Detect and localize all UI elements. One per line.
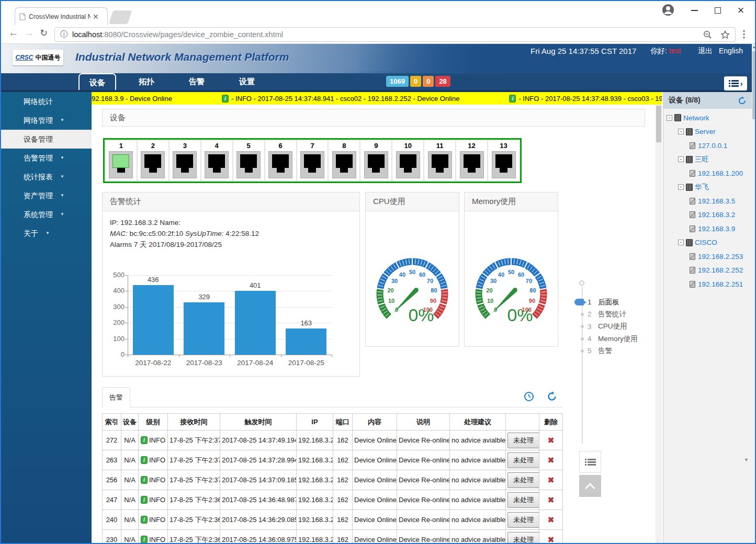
reload-button[interactable]: ↻ <box>40 27 48 39</box>
active-marker-icon <box>574 299 584 305</box>
profile-icon[interactable] <box>661 3 675 17</box>
tab-device[interactable]: 设备 <box>78 73 116 90</box>
device-icon <box>690 225 695 232</box>
sidebar-item-network-stats[interactable]: 网络统计 <box>0 92 92 111</box>
delete-icon[interactable]: ✖ <box>548 475 555 484</box>
port-8[interactable]: 8 <box>328 140 360 181</box>
window-close-button[interactable]: × <box>729 3 753 18</box>
collapse-panel-button[interactable]: › <box>724 76 747 90</box>
delete-icon[interactable]: ✖ <box>548 495 555 504</box>
browser-tab[interactable]: CrossView Industrial N ✕ <box>15 7 108 25</box>
collapse-icon[interactable]: - <box>678 240 684 245</box>
alarm-ticker: 92.168.3.9 - Device Onlinei- INFO - 2017… <box>92 92 662 105</box>
page-scrollbar[interactable]: ▲ <box>752 44 756 544</box>
bookmark-star-icon[interactable] <box>720 30 730 39</box>
level-cell: iINFO <box>140 436 166 444</box>
tree-node[interactable]: 192.168.3.5 <box>663 194 752 208</box>
collapse-icon[interactable]: - <box>678 156 684 162</box>
tab-settings[interactable]: 设置 <box>228 73 266 90</box>
tree-node[interactable]: 192.168.1.200 <box>663 166 752 180</box>
tree-node[interactable]: 192.168.3.9 <box>663 222 752 236</box>
tree-node[interactable]: -Server <box>663 125 752 139</box>
timeline-item-1[interactable]: 1后面板 <box>578 296 656 308</box>
delete-icon[interactable]: ✖ <box>548 456 555 464</box>
clock-icon[interactable] <box>524 391 534 402</box>
rj45-jack-icon <box>300 151 324 178</box>
tree-node[interactable]: -CISCO <box>663 236 752 250</box>
refresh-icon[interactable] <box>547 391 557 402</box>
sidebar-item-about[interactable]: 关于▼ <box>0 224 92 243</box>
new-tab-button[interactable] <box>109 10 132 24</box>
timeline-item-3[interactable]: 3CPU使用 <box>578 321 656 333</box>
address-bar[interactable]: ⓘ localhost:8080/Crossview/pages/device_… <box>54 27 736 42</box>
unhandled-button[interactable]: 未处理 <box>507 433 539 448</box>
port-2[interactable]: 2 <box>137 140 169 181</box>
scroll-to-top-button[interactable] <box>579 475 601 497</box>
alarm-badge-2[interactable]: 0 <box>423 76 434 87</box>
tree-node[interactable]: 127.0.0.1 <box>663 139 752 153</box>
tree-node[interactable]: -Network <box>663 111 752 125</box>
refresh-icon[interactable] <box>738 96 747 105</box>
zoom-out-icon[interactable] <box>703 30 712 39</box>
unhandled-button[interactable]: 未处理 <box>507 512 539 528</box>
back-button[interactable]: ← <box>8 27 18 39</box>
sidebar-item-network-mgmt[interactable]: 网络管理▼ <box>0 111 92 130</box>
collapse-icon[interactable]: - <box>678 129 684 134</box>
tree-node[interactable]: 192.168.3.2 <box>663 208 752 222</box>
language-link[interactable]: English <box>719 47 743 55</box>
svg-text:70: 70 <box>427 278 433 284</box>
alarm-tab[interactable]: 告警 <box>102 387 130 407</box>
unhandled-button[interactable]: 未处理 <box>507 492 539 508</box>
logout-link[interactable]: 退出 <box>698 47 713 56</box>
unhandled-button[interactable]: 未处理 <box>507 452 539 468</box>
sidebar-item-alarm-mgmt[interactable]: 告警管理▼ <box>0 149 92 167</box>
port-10[interactable]: 10 <box>392 140 424 181</box>
port-11[interactable]: 11 <box>424 140 456 181</box>
device-panel-title: 设备 <box>110 113 126 123</box>
page-info-icon[interactable]: ⓘ <box>60 30 67 39</box>
tree-node[interactable]: -三旺 <box>663 153 752 167</box>
content-scrollbar[interactable] <box>656 105 662 544</box>
alarm-badge-0[interactable]: 1069 <box>386 76 409 87</box>
sidebar-item-asset-mgmt[interactable]: 资产管理▼ <box>0 186 92 205</box>
browser-menu-icon[interactable]: ⋮ <box>739 28 749 40</box>
delete-icon[interactable]: ✖ <box>548 515 555 524</box>
dot-icon <box>581 349 584 353</box>
delete-icon[interactable]: ✖ <box>548 436 555 445</box>
tab-topology[interactable]: 拓扑 <box>128 73 165 90</box>
port-13[interactable]: 13 <box>488 140 520 181</box>
delete-icon[interactable]: ✖ <box>548 535 555 544</box>
forward-button[interactable]: → <box>24 27 34 39</box>
timeline-list-button[interactable] <box>579 451 601 473</box>
tab-alarm[interactable]: 告警 <box>178 73 216 90</box>
alarm-badge-3[interactable]: 28 <box>435 76 450 87</box>
unhandled-button[interactable]: 未处理 <box>507 472 539 488</box>
tree-node[interactable]: 192.168.2.252 <box>663 264 752 278</box>
port-5[interactable]: 5 <box>233 140 265 181</box>
tree-scroll-down-icon[interactable]: ▼ <box>744 457 749 462</box>
sidebar-item-device-mgmt[interactable]: 设备管理 <box>0 130 92 149</box>
timeline-item-5[interactable]: 5告警 <box>578 345 656 357</box>
tree-node[interactable]: 192.168.2.253 <box>663 250 752 264</box>
alarm-badge-1[interactable]: 0 <box>410 76 421 87</box>
port-4[interactable]: 4 <box>201 140 233 181</box>
info-icon: i <box>141 536 148 543</box>
tab-close-icon[interactable]: ✕ <box>93 13 99 21</box>
window-maximize-button[interactable] <box>706 3 730 18</box>
collapse-icon[interactable]: - <box>678 184 684 190</box>
timeline-item-2[interactable]: 2告警统计 <box>578 308 656 320</box>
port-3[interactable]: 3 <box>169 140 201 181</box>
port-6[interactable]: 6 <box>265 140 297 181</box>
timeline-item-4[interactable]: 4Memory使用 <box>578 333 656 345</box>
port-7[interactable]: 7 <box>297 140 329 181</box>
window-minimize-button[interactable] <box>682 3 706 18</box>
sidebar-item-stats-report[interactable]: 统计报表▼ <box>0 167 92 186</box>
tree-node[interactable]: -华飞 <box>663 180 752 195</box>
unhandled-button[interactable]: 未处理 <box>507 532 539 544</box>
sidebar-item-system-mgmt[interactable]: 系统管理▼ <box>0 205 92 224</box>
port-1[interactable]: 1 <box>105 140 137 181</box>
collapse-icon[interactable]: - <box>667 115 672 121</box>
tree-node[interactable]: 192.168.2.251 <box>663 277 752 291</box>
port-9[interactable]: 9 <box>360 140 392 181</box>
port-12[interactable]: 12 <box>456 140 488 181</box>
